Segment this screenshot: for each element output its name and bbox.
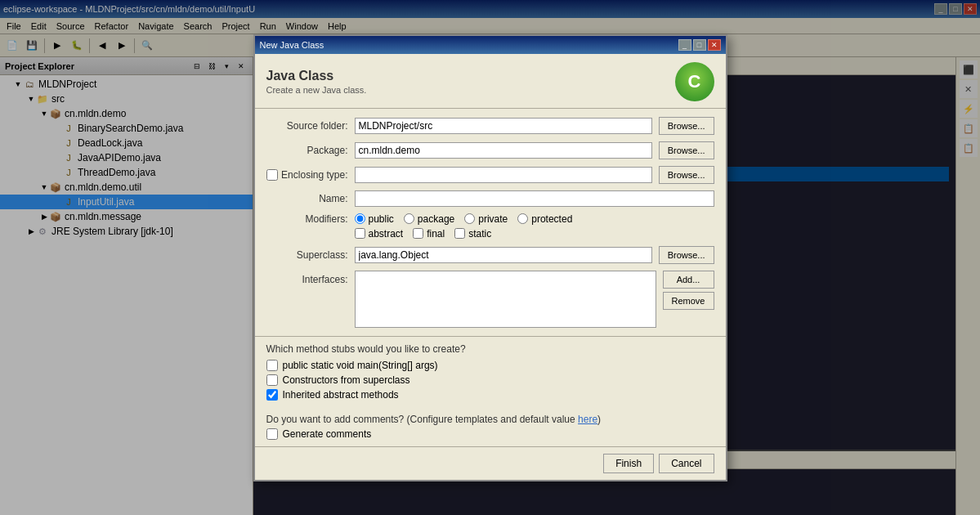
dialog-header-title: Java Class <box>266 69 367 83</box>
modifier-protected-radio[interactable] <box>517 213 528 224</box>
modifier-private-label: private <box>464 213 508 225</box>
dialog-title-text: New Java Class <box>260 40 678 50</box>
comments-question: Do you want to add comments? (Configure … <box>266 414 714 425</box>
modifier-private-text: private <box>478 213 508 225</box>
package-row: Package: Browse... <box>266 141 714 159</box>
java-class-icon: C <box>675 62 714 101</box>
stubs-check-constructors: Constructors from superclass <box>266 374 714 386</box>
generate-comments-label: Generate comments <box>283 428 372 440</box>
stubs-inherited-checkbox[interactable] <box>266 389 278 401</box>
stubs-constructors-checkbox[interactable] <box>266 374 278 386</box>
modifier-public-radio[interactable] <box>355 213 365 224</box>
modifier-static-label: static <box>454 228 491 240</box>
modifiers-group: public package private protected <box>355 213 714 240</box>
dialog-header-subtitle: Create a new Java class. <box>266 85 367 95</box>
source-folder-label: Source folder: <box>266 120 348 132</box>
enclosing-type-checkbox[interactable] <box>266 169 278 181</box>
dialog-title-bar: New Java Class _ □ ✕ <box>255 36 726 54</box>
dialog-header-left: Java Class Create a new Java class. <box>266 69 367 95</box>
modifier-protected-label: protected <box>517 213 572 225</box>
superclass-label: Superclass: <box>266 249 348 261</box>
modifiers-row: Modifiers: public package p <box>266 213 714 240</box>
name-input[interactable] <box>355 190 714 207</box>
modifier-abstract-checkbox[interactable] <box>355 228 365 239</box>
generate-comments-checkbox[interactable] <box>266 428 278 440</box>
stubs-section: Which method stubs would you like to cre… <box>255 336 726 410</box>
stubs-inherited-label: Inherited abstract methods <box>283 389 399 401</box>
dialog-minimize-button[interactable]: _ <box>678 39 691 51</box>
dialog-maximize-button[interactable]: □ <box>693 39 706 51</box>
comments-link[interactable]: here <box>578 414 597 425</box>
interfaces-buttons: Add... Remove <box>663 271 714 310</box>
name-label: Name: <box>266 193 348 204</box>
comments-question-text: Do you want to add comments? (Configure … <box>266 414 575 425</box>
interfaces-row: Interfaces: Add... Remove <box>266 271 714 328</box>
modifier-static-checkbox[interactable] <box>454 228 465 239</box>
modifier-final-checkbox[interactable] <box>413 228 423 239</box>
superclass-input[interactable] <box>355 247 652 263</box>
dialog-overlay: New Java Class _ □ ✕ Java Class Create a… <box>0 0 980 515</box>
finish-button[interactable]: Finish <box>603 454 654 473</box>
package-input[interactable] <box>355 142 652 159</box>
modifier-public-text: public <box>369 213 394 225</box>
package-label: Package: <box>266 145 348 156</box>
enclosing-type-row: Enclosing type: Browse... <box>266 166 714 184</box>
modifier-package-label: package <box>404 213 454 225</box>
modifier-abstract-text: abstract <box>369 228 404 240</box>
modifier-final-text: final <box>427 228 445 240</box>
generate-comments-row: Generate comments <box>266 428 714 440</box>
interfaces-label: Interfaces: <box>266 274 348 285</box>
dialog-close-button[interactable]: ✕ <box>708 39 721 51</box>
stubs-main-checkbox[interactable] <box>266 360 278 371</box>
stubs-check-main: public static void main(String[] args) <box>266 360 714 371</box>
superclass-browse-button[interactable]: Browse... <box>659 246 714 264</box>
dialog-footer: Finish Cancel <box>255 446 726 480</box>
modifier-static-text: static <box>468 228 491 240</box>
source-folder-input[interactable] <box>355 118 652 134</box>
modifier-abstract-label: abstract <box>355 228 404 240</box>
comments-section: Do you want to add comments? (Configure … <box>255 410 726 446</box>
interfaces-add-button[interactable]: Add... <box>663 271 714 289</box>
source-folder-browse-button[interactable]: Browse... <box>659 117 714 135</box>
source-folder-row: Source folder: Browse... <box>266 117 714 135</box>
modifier-protected-text: protected <box>531 213 572 225</box>
enclosing-type-input[interactable] <box>355 167 652 183</box>
dialog-header: Java Class Create a new Java class. C <box>255 54 726 109</box>
name-row: Name: <box>266 190 714 207</box>
modifiers-label: Modifiers: <box>266 213 348 225</box>
stubs-title: Which method stubs would you like to cre… <box>266 343 714 355</box>
enclosing-type-browse-button[interactable]: Browse... <box>659 166 714 184</box>
interfaces-remove-button[interactable]: Remove <box>663 292 714 310</box>
dialog-body: Source folder: Browse... Package: Browse… <box>255 109 726 336</box>
modifier-package-radio[interactable] <box>404 213 414 224</box>
cancel-button[interactable]: Cancel <box>659 454 714 473</box>
package-browse-button[interactable]: Browse... <box>659 141 714 159</box>
dialog-titlebar-buttons: _ □ ✕ <box>678 39 721 51</box>
stubs-main-label: public static void main(String[] args) <box>283 360 438 371</box>
new-java-class-dialog: New Java Class _ □ ✕ Java Class Create a… <box>253 34 727 481</box>
modifier-package-text: package <box>418 213 454 225</box>
stubs-constructors-label: Constructors from superclass <box>283 374 410 386</box>
modifier-final-label: final <box>413 228 445 240</box>
modifier-private-radio[interactable] <box>464 213 475 224</box>
enclosing-type-label: Enclosing type: <box>266 169 348 181</box>
superclass-row: Superclass: Browse... <box>266 246 714 264</box>
interfaces-textarea[interactable] <box>355 271 656 328</box>
modifier-public-label: public <box>355 213 394 225</box>
stubs-check-inherited: Inherited abstract methods <box>266 389 714 401</box>
